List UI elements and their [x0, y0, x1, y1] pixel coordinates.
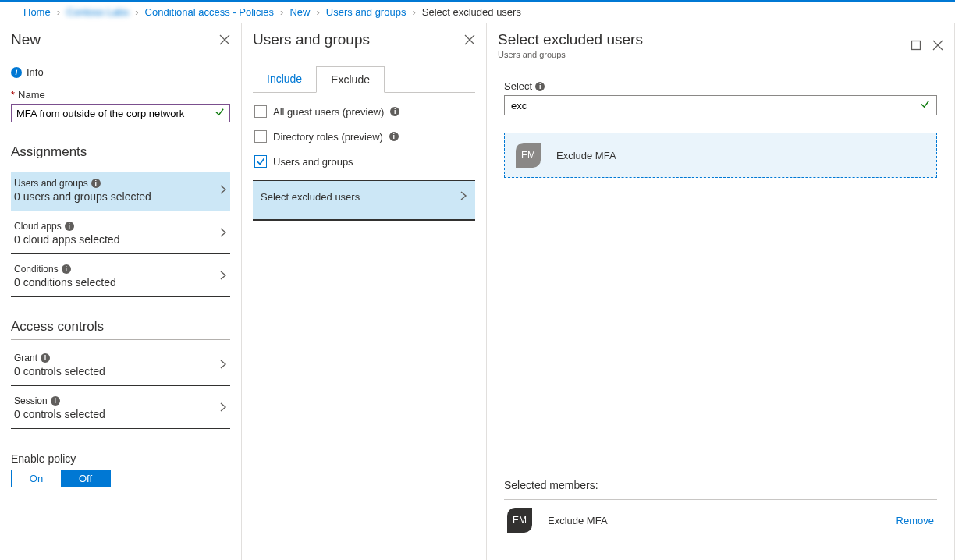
info-row[interactable]: i Info [11, 66, 230, 78]
check-icon [920, 99, 930, 112]
info-tooltip-icon[interactable]: i [91, 179, 101, 188]
blade-subtitle: Users and groups [498, 50, 643, 59]
avatar: EM [516, 143, 541, 168]
close-icon[interactable] [464, 34, 475, 45]
enable-policy-label: Enable policy [11, 452, 230, 465]
breadcrumb: Home › Contoso Labs › Conditional access… [0, 2, 955, 23]
info-tooltip-icon[interactable]: i [51, 396, 60, 406]
assignment-label: Conditions [14, 264, 59, 275]
assignment-label: Cloud apps [14, 221, 62, 232]
maximize-icon[interactable] [911, 40, 921, 51]
access-label: Grant [14, 353, 37, 363]
selected-member-name: Exclude MFA [548, 515, 608, 526]
chevron-right-icon [219, 227, 227, 240]
breadcrumb-home[interactable]: Home [23, 6, 51, 18]
assignment-value: 0 users and groups selected [14, 190, 151, 203]
info-tooltip-icon[interactable]: i [65, 222, 74, 231]
info-tooltip-icon[interactable]: i [62, 264, 71, 274]
search-result-item[interactable]: EM Exclude MFA [504, 133, 937, 178]
info-tooltip-icon[interactable]: i [535, 82, 545, 91]
breadcrumb-sep: › [412, 6, 415, 18]
blade-title-select-excluded: Select excluded users [498, 31, 643, 48]
access-value: 0 controls selected [14, 365, 105, 377]
toggle-off[interactable]: Off [61, 470, 110, 487]
chevron-right-icon [460, 190, 467, 204]
assignment-label: Users and groups [14, 178, 88, 189]
selected-member-row: EM Exclude MFA Remove [504, 499, 937, 541]
chevron-right-icon [219, 270, 227, 283]
info-tooltip-icon[interactable]: i [390, 107, 399, 116]
checkbox-row-guests[interactable]: All guest users (preview) i [253, 99, 475, 124]
access-grant[interactable]: Grant i 0 controls selected [11, 346, 230, 386]
breadcrumb-sep: › [57, 6, 60, 18]
info-icon: i [11, 67, 22, 78]
breadcrumb-sep: › [316, 6, 319, 18]
checkbox-icon[interactable] [254, 105, 267, 118]
chevron-right-icon [219, 402, 227, 415]
breadcrumb-sep: › [280, 6, 283, 18]
check-icon [215, 107, 225, 119]
chevron-right-icon [219, 359, 227, 372]
search-input[interactable] [511, 100, 920, 112]
blade-title-new: New [11, 31, 41, 48]
blade-title-users-groups: Users and groups [253, 31, 370, 48]
select-label: Select i [504, 80, 937, 92]
select-excluded-users-bar[interactable]: Select excluded users [253, 180, 475, 221]
assignment-conditions[interactable]: Conditions i 0 conditions selected [11, 257, 230, 297]
breadcrumb-org[interactable]: Contoso Labs [66, 6, 129, 18]
breadcrumb-current: Select excluded users [422, 6, 521, 18]
avatar: EM [507, 508, 532, 533]
checkbox-row-roles[interactable]: Directory roles (preview) i [253, 124, 475, 149]
checkbox-label: Directory roles (preview) [273, 131, 383, 143]
access-value: 0 controls selected [14, 408, 105, 420]
checkbox-row-users-groups[interactable]: Users and groups [253, 149, 475, 174]
blade-users-groups: Users and groups Include Exclude All gue… [242, 23, 487, 560]
assignment-cloud-apps[interactable]: Cloud apps i 0 cloud apps selected [11, 214, 230, 254]
blade-select-excluded: Select excluded users Users and groups S… [487, 23, 955, 560]
section-assignments: Assignments [11, 144, 230, 165]
name-label: * Name [11, 89, 230, 101]
tab-include[interactable]: Include [253, 66, 316, 92]
remove-link[interactable]: Remove [896, 515, 934, 526]
blade-new: New i Info * Name Assignme [0, 23, 242, 560]
result-name: Exclude MFA [556, 150, 616, 161]
chevron-right-icon [219, 184, 227, 197]
close-icon[interactable] [219, 34, 230, 45]
checkbox-label: All guest users (preview) [273, 106, 384, 118]
assignment-value: 0 conditions selected [14, 276, 116, 289]
access-label: Session [14, 395, 48, 406]
checkbox-icon[interactable] [254, 155, 267, 168]
policy-name-input[interactable] [16, 108, 215, 119]
search-box[interactable] [504, 95, 937, 115]
svg-rect-4 [912, 41, 921, 50]
name-input-wrap[interactable] [11, 104, 230, 122]
access-session[interactable]: Session i 0 controls selected [11, 389, 230, 429]
breadcrumb-users-groups[interactable]: Users and groups [326, 6, 406, 18]
section-access-controls: Access controls [11, 319, 230, 340]
info-label: Info [27, 66, 44, 78]
selected-members-title: Selected members: [504, 479, 937, 491]
toggle-on[interactable]: On [12, 470, 61, 487]
info-tooltip-icon[interactable]: i [389, 132, 399, 141]
select-bar-label: Select excluded users [261, 191, 360, 203]
checkbox-label: Users and groups [273, 156, 353, 168]
breadcrumb-new[interactable]: New [289, 6, 310, 18]
breadcrumb-conditional-access[interactable]: Conditional access - Policies [145, 6, 274, 18]
assignment-value: 0 cloud apps selected [14, 233, 119, 246]
close-icon[interactable] [932, 40, 943, 51]
checkbox-icon[interactable] [254, 130, 267, 143]
tab-exclude[interactable]: Exclude [316, 66, 385, 93]
required-star-icon: * [11, 89, 15, 101]
info-tooltip-icon[interactable]: i [41, 353, 50, 363]
breadcrumb-sep: › [135, 6, 138, 18]
enable-policy-toggle[interactable]: On Off [11, 470, 111, 487]
assignment-users-groups[interactable]: Users and groups i 0 users and groups se… [11, 172, 230, 211]
